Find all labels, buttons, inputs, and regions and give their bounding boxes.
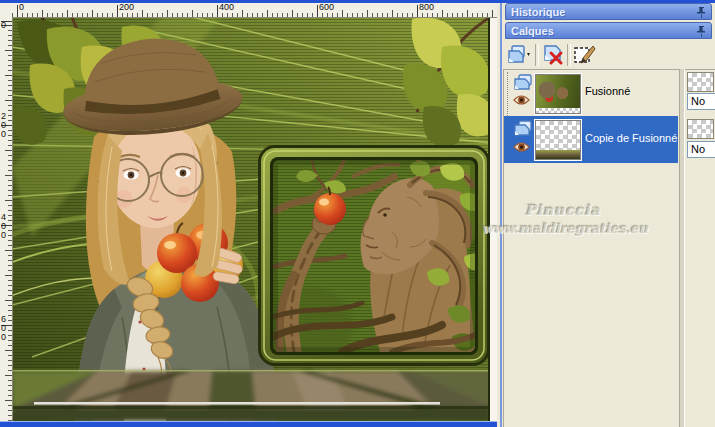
raster-layer-icon: [513, 120, 533, 136]
layer-name[interactable]: Copie de Fusionné: [585, 132, 677, 144]
layer-opacity-swatch[interactable]: [687, 72, 714, 92]
ruler-label: 400: [219, 3, 234, 12]
palette-border: [500, 3, 502, 427]
ruler-label: 600: [1, 315, 8, 342]
ruler-label: 800: [419, 3, 434, 12]
ruler-label: 400: [1, 213, 8, 240]
pushpin-icon[interactable]: [697, 7, 706, 18]
ruler-label: 600: [319, 3, 334, 12]
horizontal-ruler: 0 200 400 600 800: [12, 3, 497, 18]
layer-opacity-swatch[interactable]: [687, 119, 714, 139]
window-bottom-edge: [0, 421, 497, 427]
layer-thumbnail[interactable]: [535, 120, 581, 160]
ruler-label: 0: [19, 3, 24, 12]
visibility-eye-icon[interactable]: [513, 94, 530, 106]
edit-selection-button[interactable]: [573, 44, 597, 66]
app-window: 0 200 400 600 800 0 200 400 600 Historiq…: [0, 0, 715, 427]
blend-mode-dropdown[interactable]: No: [687, 141, 715, 158]
history-palette-titlebar[interactable]: Historique: [505, 3, 712, 20]
ruler-label: 200: [1, 112, 8, 139]
layer-row-fusionne[interactable]: Fusionné: [504, 71, 678, 116]
ruler-label: 0: [1, 21, 8, 30]
layer-name[interactable]: Fusionné: [585, 85, 630, 97]
blend-mode-dropdown[interactable]: No: [687, 93, 715, 110]
raster-layer-icon: [513, 74, 533, 90]
history-palette-title: Historique: [511, 6, 565, 18]
new-layer-button[interactable]: [507, 44, 531, 66]
new-layer-icon: [507, 44, 531, 66]
toolbar-separator: [567, 44, 571, 66]
ruler-label: 200: [119, 3, 134, 12]
layers-toolbar: [503, 41, 715, 69]
layer-row-copie-de-fusionne[interactable]: Copie de Fusionné: [504, 116, 678, 163]
visibility-eye-icon[interactable]: [513, 141, 530, 153]
toolbar-separator: [535, 44, 539, 66]
canvas-artwork: [12, 17, 490, 421]
layers-palette-title: Calques: [511, 25, 554, 37]
palette-column-splitter[interactable]: [679, 69, 685, 427]
delete-layer-button[interactable]: [541, 44, 565, 66]
framed-inset: [258, 145, 490, 367]
image-canvas[interactable]: [12, 17, 490, 421]
delete-layer-icon: [541, 44, 565, 66]
floor: [12, 371, 490, 421]
edit-selection-icon: [573, 44, 597, 66]
pushpin-icon[interactable]: [697, 26, 706, 37]
layer-thumbnail[interactable]: [535, 74, 581, 114]
layers-palette-titlebar[interactable]: Calques: [505, 22, 712, 39]
vertical-ruler: 0 200 400 600: [0, 17, 13, 421]
